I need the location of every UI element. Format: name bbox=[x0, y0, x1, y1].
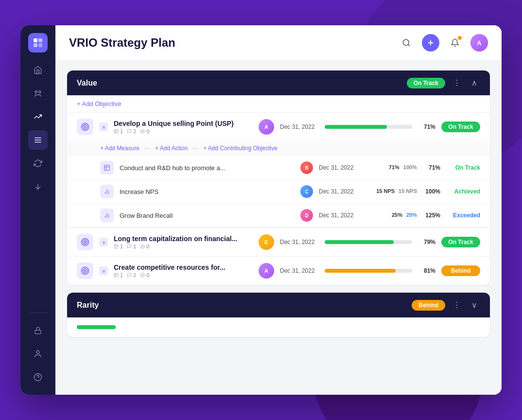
measure-icon-2 bbox=[100, 185, 114, 198]
rarity-section-header: Rarity Behind ⋮ ∨ bbox=[67, 293, 490, 317]
sidebar-item-lock[interactable] bbox=[28, 321, 48, 340]
progress-bar-fill-2 bbox=[325, 240, 394, 244]
search-button[interactable] bbox=[398, 34, 415, 52]
sidebar-item-refresh[interactable] bbox=[28, 154, 48, 173]
sidebar-item-home[interactable] bbox=[28, 60, 48, 80]
objective-icon-2 bbox=[77, 234, 93, 250]
add-action-link[interactable]: + Add Action bbox=[155, 145, 188, 152]
svg-point-30 bbox=[83, 240, 87, 245]
sidebar-bottom bbox=[28, 309, 48, 387]
add-contributing-objective-link[interactable]: + Add Contributing Objective bbox=[203, 145, 277, 152]
objective-status-2[interactable]: On Track bbox=[441, 237, 480, 247]
sidebar-item-objectives[interactable] bbox=[28, 130, 48, 150]
measure-row-2: Increase NPS C Dec 31, 2022 15 NPS 15 NP… bbox=[67, 180, 490, 204]
svg-point-39 bbox=[85, 270, 86, 272]
objective-row-3: ∨ Create competitive resources for... 1 bbox=[67, 257, 490, 285]
measure-current-2: 15 NPS bbox=[376, 188, 395, 194]
sidebar-item-analytics[interactable] bbox=[28, 107, 48, 126]
rarity-status-badge[interactable]: Behind bbox=[412, 300, 445, 311]
value-status-badge[interactable]: On Track bbox=[407, 78, 445, 88]
header: VRIO Strategy Plan A bbox=[55, 25, 502, 61]
notification-dot bbox=[458, 36, 462, 40]
svg-point-31 bbox=[85, 242, 86, 243]
header-actions: A bbox=[398, 34, 488, 52]
sidebar-item-team[interactable] bbox=[28, 84, 48, 103]
objective-date-1: Dec 31, 2022 bbox=[280, 123, 319, 130]
measure-date-3: Dec 31, 2022 bbox=[319, 212, 358, 219]
progress-bar-bg-1 bbox=[325, 125, 412, 129]
user-avatar[interactable]: A bbox=[470, 34, 488, 52]
svg-point-4 bbox=[39, 91, 41, 93]
objective-status-3[interactable]: Behind bbox=[441, 265, 480, 276]
svg-rect-2 bbox=[34, 43, 37, 47]
progress-bar-bg-3 bbox=[325, 269, 412, 273]
objective-name-block-1: Develop a Unique selling Point (USP) 1 2 bbox=[114, 120, 253, 134]
objective-expand-2[interactable]: ∨ bbox=[99, 238, 108, 246]
measure-status-2: Achieved bbox=[446, 188, 480, 195]
add-objective-button[interactable]: + Add Objective bbox=[67, 95, 490, 113]
objective-pct-2: 79% bbox=[418, 239, 435, 245]
objective-main-1: ∧ Develop a Unique selling Point (USP) 1 bbox=[67, 113, 490, 141]
objective-icon-1 bbox=[77, 119, 93, 135]
sidebar-item-users[interactable] bbox=[28, 344, 48, 364]
sidebar-item-help[interactable] bbox=[28, 368, 48, 387]
measure-status-3: Exceeded bbox=[446, 212, 480, 219]
objective-progress-2 bbox=[325, 240, 412, 244]
svg-point-35 bbox=[140, 245, 144, 248]
objective-avatar-3: A bbox=[259, 263, 274, 279]
sidebar-item-connections[interactable] bbox=[28, 177, 48, 196]
objective-progress-1 bbox=[325, 125, 412, 129]
objective-meta-1: 1 2 0 bbox=[114, 128, 253, 134]
measure-icon-1 bbox=[100, 161, 114, 175]
svg-point-5 bbox=[35, 91, 37, 93]
objective-row-2: ∨ Long term capitalization on financial.… bbox=[67, 228, 490, 257]
measure-name-2: Increase NPS bbox=[120, 188, 295, 195]
content-area: Value On Track ⋮ ∧ + Add Objective bbox=[55, 61, 502, 395]
measure-date-2: Dec 31, 2022 bbox=[319, 188, 358, 195]
measure-pct-3: 125% bbox=[423, 212, 440, 219]
rarity-more-button[interactable]: ⋮ bbox=[450, 299, 464, 311]
sidebar-divider bbox=[28, 313, 48, 313]
objective-meta-2: 1 1 0 bbox=[114, 244, 253, 249]
objective-main-3: ∨ Create competitive resources for... 1 bbox=[67, 257, 490, 285]
objective-expand-1[interactable]: ∧ bbox=[99, 122, 108, 131]
objective-date-2: Dec 31, 2022 bbox=[280, 239, 319, 245]
svg-point-43 bbox=[140, 273, 144, 277]
objective-name-1: Develop a Unique selling Point (USP) bbox=[114, 120, 253, 127]
measure-name-1: Conduct and R&D hub to promote a... bbox=[120, 164, 295, 172]
sidebar-logo[interactable] bbox=[28, 33, 48, 52]
objective-expand-3[interactable]: ∨ bbox=[99, 266, 108, 275]
action-links-row-1: + Add Measure — + Add Action — + Add Con… bbox=[67, 141, 490, 156]
progress-bar-fill-1 bbox=[325, 125, 387, 129]
objective-name-3: Create competitive resources for... bbox=[114, 263, 253, 271]
objective-date-3: Dec 31, 2022 bbox=[280, 267, 319, 274]
rarity-collapse-button[interactable]: ∨ bbox=[469, 299, 480, 311]
svg-rect-21 bbox=[114, 129, 118, 133]
objective-status-1[interactable]: On Track bbox=[441, 122, 480, 132]
measure-vals-2: 15 NPS 15 NPS bbox=[364, 188, 417, 195]
rarity-section-controls: Behind ⋮ ∨ bbox=[412, 299, 480, 311]
svg-point-36 bbox=[142, 245, 143, 247]
measure-date-1: Dec 31, 2022 bbox=[319, 164, 358, 171]
svg-point-12 bbox=[35, 374, 42, 381]
value-section: Value On Track ⋮ ∧ + Add Objective bbox=[67, 70, 490, 285]
add-measure-link[interactable]: + Add Measure bbox=[100, 145, 139, 152]
svg-rect-10 bbox=[35, 330, 41, 333]
measure-row-3: Grow Brand Recall D Dec 31, 2022 25% 20% bbox=[67, 204, 490, 228]
objective-name-block-3: Create competitive resources for... 1 2 bbox=[114, 263, 253, 278]
objective-avatar-1: A bbox=[259, 119, 274, 135]
svg-point-38 bbox=[83, 269, 87, 273]
sidebar bbox=[20, 25, 55, 395]
measure-vals-3: 25% 20% bbox=[364, 212, 417, 219]
notification-button[interactable] bbox=[446, 34, 464, 52]
measure-pct-1: 71% bbox=[423, 164, 440, 171]
svg-rect-0 bbox=[34, 38, 37, 42]
objective-icon-3 bbox=[77, 262, 93, 279]
add-button[interactable] bbox=[422, 34, 439, 52]
measure-current-1: 71% bbox=[389, 164, 400, 170]
value-more-button[interactable]: ⋮ bbox=[450, 77, 464, 88]
value-section-header: Value On Track ⋮ ∧ bbox=[67, 70, 490, 95]
rarity-progress-preview bbox=[77, 325, 116, 329]
value-collapse-button[interactable]: ∧ bbox=[469, 77, 480, 88]
measure-name-3: Grow Brand Recall bbox=[120, 212, 295, 219]
